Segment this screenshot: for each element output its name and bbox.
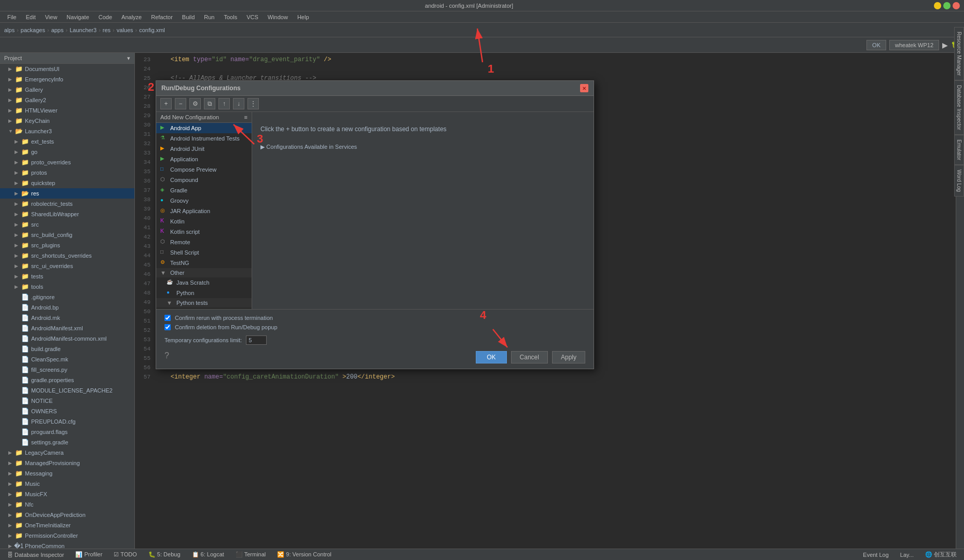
config-item-compose-preview[interactable]: □ Compose Preview bbox=[156, 164, 252, 175]
sidebar-item-proto-overrides[interactable]: ▶ 📁 proto_overrides bbox=[0, 157, 134, 167]
sidebar-item-emergencyinfo[interactable]: ▶ 📁 EmergencyInfo bbox=[0, 74, 134, 85]
maximize-button[interactable] bbox=[943, 2, 951, 9]
sidebar-item-onetimeinit[interactable]: ▶ 📁 OneTimeInitializer bbox=[0, 520, 134, 530]
sidebar-item-ext-tests[interactable]: ▶ 📁 ext_tests bbox=[0, 136, 134, 147]
dialog-close-button[interactable]: ✕ bbox=[580, 84, 588, 92]
menu-run[interactable]: Run bbox=[200, 13, 218, 21]
sidebar-item-quickstep[interactable]: ▶ 📁 quickstep bbox=[0, 178, 134, 188]
side-tab-resource-manager[interactable]: Resource Manager bbox=[954, 27, 964, 80]
sidebar-item-keychain[interactable]: ▶ 📁 KeyChain bbox=[0, 116, 134, 126]
sidebar-item-buildgradle[interactable]: 📄 build.gradle bbox=[0, 344, 134, 354]
sidebar-item-sharedlib[interactable]: ▶ 📁 SharedLibWrapper bbox=[0, 209, 134, 219]
status-profiler[interactable]: 📊 Profiler bbox=[72, 551, 105, 558]
sidebar-item-src-shortcuts[interactable]: ▶ 📁 src_shortcuts_overrides bbox=[0, 250, 134, 261]
sidebar-item-src[interactable]: ▶ 📁 src bbox=[0, 219, 134, 230]
bc-res[interactable]: res bbox=[103, 27, 111, 33]
sidebar-item-messaging[interactable]: ▶ 📁 Messaging bbox=[0, 468, 134, 479]
sort-button[interactable]: ⋮ bbox=[247, 98, 259, 109]
close-button[interactable] bbox=[953, 2, 960, 9]
bc-values[interactable]: values bbox=[117, 27, 133, 33]
sidebar-item-src-ui[interactable]: ▶ 📁 src_ui_overrides bbox=[0, 261, 134, 271]
menu-view[interactable]: View bbox=[41, 13, 62, 21]
menu-file[interactable]: File bbox=[3, 13, 21, 21]
config-item-java-scratch[interactable]: ☕ Java Scratch bbox=[156, 277, 252, 288]
sidebar-item-documentsui[interactable]: ▶ 📁 DocumentsUI bbox=[0, 64, 134, 74]
config-item-android-app[interactable]: ▶ Android App bbox=[156, 123, 252, 133]
sidebar-item-legacycamera[interactable]: ▶ 📁 LegacyCamera bbox=[0, 447, 134, 458]
sidebar-item-gitignore[interactable]: 📄 .gitignore bbox=[0, 292, 134, 302]
menu-code[interactable]: Code bbox=[94, 13, 116, 21]
sidebar-item-settings-gradle[interactable]: 📄 settings.gradle bbox=[0, 437, 134, 447]
sidebar-item-androidmanifest-common[interactable]: 📄 AndroidManifest-common.xml bbox=[0, 333, 134, 344]
sidebar-item-gradle-props[interactable]: 📄 gradle.properties bbox=[0, 375, 134, 385]
config-item-kotlin-script[interactable]: K Kotlin script bbox=[156, 227, 252, 237]
status-todo[interactable]: ☑ TODO bbox=[111, 551, 140, 558]
bc-config[interactable]: config.xml bbox=[139, 27, 165, 33]
sidebar-item-launcher3[interactable]: ▼ 📂 Launcher3 bbox=[0, 126, 134, 136]
config-item-doctests[interactable]: ⚗ Doctests bbox=[156, 307, 252, 309]
python-tests-section-header[interactable]: ▼ Python tests bbox=[156, 298, 252, 307]
checkbox-confirm-deletion[interactable] bbox=[164, 324, 171, 330]
config-item-python[interactable]: ● Python bbox=[156, 288, 252, 298]
menu-help[interactable]: Help bbox=[293, 13, 313, 21]
sidebar-item-music[interactable]: ▶ 📁 Music bbox=[0, 479, 134, 489]
help-icon[interactable]: ? bbox=[164, 351, 169, 363]
menu-refactor[interactable]: Refactor bbox=[147, 13, 177, 21]
sidebar-item-module-license[interactable]: 📄 MODULE_LICENSE_APACHE2 bbox=[0, 385, 134, 396]
minimize-button[interactable] bbox=[934, 2, 941, 9]
copy-config-button[interactable]: ⧉ bbox=[204, 98, 215, 109]
config-item-compound[interactable]: ⬡ Compound bbox=[156, 175, 252, 185]
sidebar-item-androidbp[interactable]: 📄 Android.bp bbox=[0, 302, 134, 313]
sidebar-item-notice[interactable]: 📄 NOTICE bbox=[0, 396, 134, 406]
config-item-testng[interactable]: ⚙ TestNG bbox=[156, 258, 252, 268]
bc-launcher3[interactable]: Launcher3 bbox=[70, 27, 97, 33]
services-section[interactable]: ▶ Configurations Available in Services bbox=[260, 143, 585, 150]
status-db-inspector[interactable]: 🗄 Database Inspector bbox=[4, 552, 67, 558]
add-configuration-button[interactable]: OK bbox=[866, 40, 886, 50]
sidebar-item-src-plugins[interactable]: ▶ 📁 src_plugins bbox=[0, 240, 134, 250]
menu-edit[interactable]: Edit bbox=[22, 13, 40, 21]
bc-packages[interactable]: packages bbox=[21, 27, 45, 33]
sidebar-item-fillscreens[interactable]: 📄 fill_screens.py bbox=[0, 365, 134, 375]
config-item-gradle[interactable]: ◈ Gradle bbox=[156, 185, 252, 195]
run-debug-dialog[interactable]: Run/Debug Configurations ✕ + − ⚙ ⧉ ↑ ↓ ⋮… bbox=[156, 80, 594, 369]
sidebar-item-gallery[interactable]: ▶ 📁 Gallery bbox=[0, 85, 134, 95]
run-icon[interactable]: ▶ bbox=[942, 41, 948, 49]
temp-limit-input[interactable] bbox=[246, 335, 267, 345]
sidebar-item-tools[interactable]: ▶ 📁 tools bbox=[0, 282, 134, 292]
sidebar-item-tests[interactable]: ▶ 📁 tests bbox=[0, 271, 134, 282]
other-section-header[interactable]: ▼ Other bbox=[156, 268, 252, 277]
config-settings-button[interactable]: ⚙ bbox=[189, 98, 201, 109]
sidebar-item-preupload[interactable]: 📄 PREUPLOAD.cfg bbox=[0, 416, 134, 427]
sidebar-item-res[interactable]: ▶ 📂 res bbox=[0, 188, 134, 199]
bc-alps[interactable]: alps bbox=[4, 27, 15, 33]
config-item-android-junit[interactable]: ▶ Android JUnit bbox=[156, 144, 252, 154]
status-vcs[interactable]: 🔀 9: Version Control bbox=[274, 551, 335, 558]
menu-tools[interactable]: Tools bbox=[219, 13, 241, 21]
cancel-button[interactable]: Cancel bbox=[511, 351, 548, 363]
sidebar-item-protos[interactable]: ▶ 📁 protos bbox=[0, 167, 134, 178]
config-item-groovy[interactable]: ● Groovy bbox=[156, 195, 252, 206]
move-down-button[interactable]: ↓ bbox=[233, 98, 244, 109]
sidebar-item-cleanspec[interactable]: 📄 CleanSpec.mk bbox=[0, 354, 134, 365]
status-logcat[interactable]: 📋 6: Logcat bbox=[189, 551, 227, 558]
side-tab-emulator[interactable]: Emulator bbox=[954, 135, 964, 165]
sidebar-item-nfc[interactable]: ▶ 📁 Nfc bbox=[0, 499, 134, 510]
collapse-services-icon[interactable]: ▶ bbox=[260, 144, 265, 150]
remove-config-tool-button[interactable]: − bbox=[175, 98, 186, 109]
side-tab-word-log[interactable]: Word Log bbox=[954, 165, 964, 197]
sidebar-item-robolectric[interactable]: ▶ 📁 robolectric_tests bbox=[0, 199, 134, 209]
sidebar-item-androidmanifest[interactable]: 📄 AndroidManifest.xml bbox=[0, 323, 134, 333]
sidebar-item-managedprovisioning[interactable]: ▶ 📁 ManagedProvisioning bbox=[0, 458, 134, 468]
move-up-button[interactable]: ↑ bbox=[218, 98, 230, 109]
sidebar-item-src-build[interactable]: ▶ 📁 src_build_config bbox=[0, 230, 134, 240]
status-layout[interactable]: Lay... bbox=[897, 552, 917, 558]
sidebar-item-proguard[interactable]: 📄 proguard.flags bbox=[0, 427, 134, 437]
sidebar-item-androidmk[interactable]: 📄 Android.mk bbox=[0, 313, 134, 323]
config-item-shell-script[interactable]: □ Shell Script bbox=[156, 247, 252, 258]
config-item-android-instrumented[interactable]: ⚗ Android Instrumented Tests bbox=[156, 133, 252, 144]
sidebar-item-musicfx[interactable]: ▶ 📁 MusicFX bbox=[0, 489, 134, 499]
bc-apps[interactable]: apps bbox=[51, 27, 64, 33]
sidebar-item-htmlviewer[interactable]: ▶ 📁 HTMLViewer bbox=[0, 105, 134, 116]
config-item-application[interactable]: ▶ Application bbox=[156, 154, 252, 164]
